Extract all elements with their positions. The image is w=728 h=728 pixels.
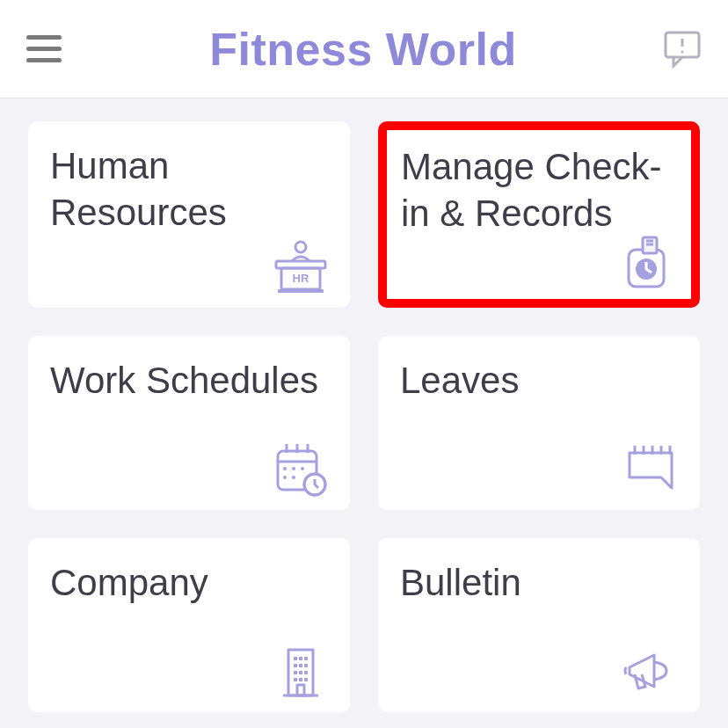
svg-point-2 (681, 50, 683, 53)
svg-point-20 (301, 467, 304, 470)
svg-rect-35 (294, 664, 297, 667)
megaphone-icon (620, 637, 681, 699)
svg-rect-37 (304, 664, 308, 667)
svg-point-3 (295, 242, 306, 252)
card-human-resources[interactable]: Human Resources HR (28, 121, 350, 308)
card-title: Leaves (400, 358, 678, 404)
card-title: Bulletin (400, 560, 678, 607)
header-bar: Fitness World (0, 0, 728, 98)
svg-rect-44 (297, 685, 304, 695)
svg-point-18 (283, 467, 287, 470)
card-grid: Human Resources HR Manage Check-in & Rec… (0, 98, 728, 712)
svg-point-19 (292, 467, 295, 470)
svg-rect-43 (304, 678, 308, 681)
svg-text:HR: HR (293, 272, 309, 285)
svg-point-21 (283, 476, 287, 479)
card-title: Work Schedules (50, 358, 328, 404)
svg-rect-34 (304, 657, 308, 660)
building-icon (270, 637, 331, 699)
svg-rect-39 (299, 671, 302, 674)
svg-rect-33 (299, 657, 302, 660)
notepad-icon (620, 435, 681, 497)
menu-icon[interactable] (26, 31, 63, 68)
svg-rect-38 (294, 671, 297, 674)
feedback-icon[interactable] (663, 30, 702, 69)
card-work-schedules[interactable]: Work Schedules (28, 336, 350, 510)
card-bulletin[interactable]: Bulletin (378, 538, 700, 712)
svg-rect-41 (294, 678, 297, 681)
svg-rect-6 (278, 289, 324, 293)
svg-point-22 (292, 476, 295, 479)
card-checkin-records[interactable]: Manage Check-in & Records (378, 121, 700, 308)
calendar-clock-icon (270, 435, 331, 497)
card-title: Company (50, 560, 328, 607)
card-title: Human Resources (50, 143, 328, 236)
app-title: Fitness World (209, 23, 516, 76)
svg-rect-32 (294, 657, 297, 660)
svg-rect-36 (299, 664, 302, 667)
checkin-clock-icon (615, 229, 677, 290)
svg-rect-42 (299, 678, 302, 681)
hr-desk-icon: HR (270, 233, 331, 295)
svg-rect-40 (304, 671, 308, 674)
card-title: Manage Check-in & Records (401, 144, 677, 237)
card-company[interactable]: Company (28, 538, 350, 712)
card-leaves[interactable]: Leaves (378, 336, 700, 510)
